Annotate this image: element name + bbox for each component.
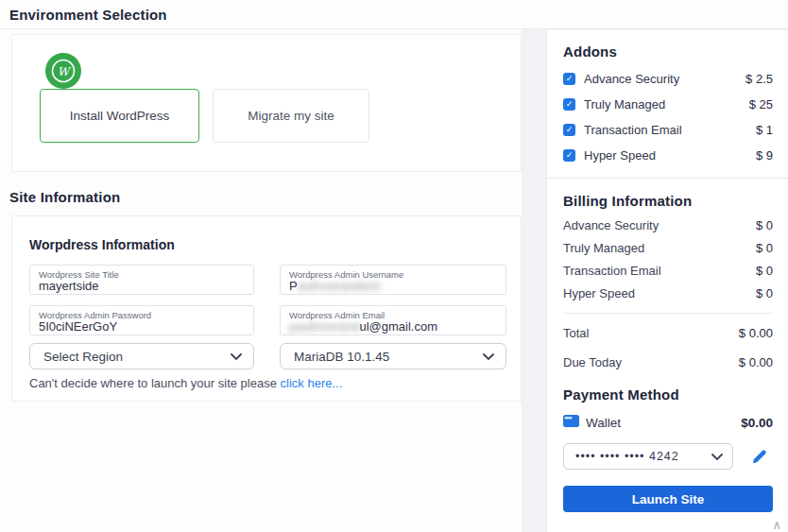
billing-price: $ 0 bbox=[756, 218, 773, 232]
site-title-field[interactable]: Wordpress Site Title mayertside bbox=[29, 265, 254, 295]
page-title: Environment Selection bbox=[9, 7, 167, 23]
addon-price: $ 1 bbox=[756, 123, 773, 137]
due-today-row: Due Today $ 0.00 bbox=[563, 355, 773, 369]
admin-username-field[interactable]: Wordpress Admin Username Paulinverandomi bbox=[280, 265, 506, 295]
site-information-heading: Site Information bbox=[9, 189, 120, 205]
check-icon: ✓ bbox=[566, 126, 574, 134]
region-helper-text: Can't decide where to launch your site p… bbox=[29, 376, 342, 390]
admin-password-value: 5I0ciNEerGoY bbox=[39, 320, 245, 334]
migrate-site-label: Migrate my site bbox=[248, 109, 334, 123]
total-value: $ 0.00 bbox=[739, 326, 773, 340]
totals-divider bbox=[563, 313, 773, 314]
database-select[interactable]: MariaDB 10.1.45 bbox=[280, 343, 506, 369]
order-sidebar: Addons ✓ Advance Security $ 2.5 ✓ Truly … bbox=[546, 29, 788, 532]
wallet-label: Wallet bbox=[586, 416, 621, 430]
check-icon: ✓ bbox=[566, 151, 574, 160]
addon-label: Hyper Speed bbox=[584, 148, 656, 163]
addon-checkbox[interactable]: ✓ bbox=[563, 73, 575, 85]
billing-row: Transaction Email $ 0 bbox=[563, 264, 773, 277]
database-select-value: MariaDB 10.1.45 bbox=[294, 350, 483, 364]
wordpress-fields: Wordpress Site Title mayertside Wordpres… bbox=[29, 265, 506, 335]
admin-email-field[interactable]: Wordpress Admin Email paulinverandul@gma… bbox=[280, 305, 506, 335]
launch-site-button[interactable]: Launch Site bbox=[563, 486, 773, 512]
billing-heading: Billing Information bbox=[563, 193, 773, 209]
check-icon: ✓ bbox=[566, 100, 574, 109]
admin-email-value: paulinverandul@gmail.com bbox=[289, 320, 497, 334]
region-select[interactable]: Select Region bbox=[29, 343, 254, 369]
billing-label: Transaction Email bbox=[563, 264, 661, 278]
addon-checkbox[interactable]: ✓ bbox=[563, 124, 575, 136]
chevron-down-icon bbox=[483, 350, 494, 364]
section-divider bbox=[547, 178, 788, 179]
redacted-text: paulinverand bbox=[289, 319, 359, 334]
billing-row: Hyper Speed $ 0 bbox=[563, 286, 773, 300]
billing-row: Advance Security $ 0 bbox=[563, 218, 773, 232]
region-select-value: Select Region bbox=[43, 350, 231, 364]
card-select[interactable]: •••• •••• •••• 4242 bbox=[563, 443, 733, 470]
redacted-text: aulinverandomi bbox=[298, 279, 381, 293]
click-here-link[interactable]: click here... bbox=[281, 376, 343, 390]
due-today-value: $ 0.00 bbox=[739, 355, 773, 369]
wallet-icon bbox=[563, 414, 579, 431]
check-icon: ✓ bbox=[566, 75, 574, 83]
scroll-top-caret[interactable]: ∧ bbox=[772, 518, 781, 532]
admin-username-value: Paulinverandomi bbox=[289, 280, 497, 293]
addon-checkbox[interactable]: ✓ bbox=[563, 98, 575, 111]
chevron-down-icon bbox=[231, 350, 242, 364]
addon-row-transaction-email: ✓ Transaction Email $ 1 bbox=[563, 123, 773, 136]
billing-price: $ 0 bbox=[756, 264, 773, 278]
migrate-site-card[interactable]: Migrate my site bbox=[213, 89, 369, 143]
page-header: Environment Selection bbox=[0, 0, 788, 29]
select-row: Select Region MariaDB 10.1.45 bbox=[29, 343, 506, 369]
addon-label: Truly Managed bbox=[584, 97, 665, 112]
page: Environment Selection W Install WordPres… bbox=[0, 0, 788, 532]
wallet-row: Wallet $0.00 bbox=[563, 415, 773, 430]
card-row: •••• •••• •••• 4242 bbox=[563, 443, 773, 470]
environment-panel: W Install WordPress Migrate my site bbox=[11, 34, 522, 172]
pencil-icon[interactable] bbox=[751, 449, 767, 465]
install-wordpress-card[interactable]: Install WordPress bbox=[40, 89, 199, 143]
addon-price: $ 9 bbox=[756, 148, 773, 163]
admin-password-field[interactable]: Wordpress Admin Password 5I0ciNEerGoY bbox=[29, 305, 254, 335]
addons-heading: Addons bbox=[563, 43, 773, 60]
billing-price: $ 0 bbox=[756, 241, 773, 255]
billing-price: $ 0 bbox=[756, 286, 773, 300]
chevron-down-icon bbox=[711, 448, 723, 465]
payment-method-heading: Payment Method bbox=[563, 386, 773, 403]
card-number: •••• •••• •••• 4242 bbox=[575, 450, 711, 463]
addon-price: $ 25 bbox=[749, 97, 773, 112]
billing-label: Truly Managed bbox=[563, 241, 644, 255]
wordpress-icon: W bbox=[45, 53, 81, 89]
total-row: Total $ 0.00 bbox=[563, 326, 773, 340]
install-wordpress-label: Install WordPress bbox=[70, 109, 170, 123]
addon-price: $ 2.5 bbox=[745, 72, 773, 86]
site-title-value: mayertside bbox=[39, 280, 245, 293]
site-information-panel: Worpdress Information Wordpress Site Tit… bbox=[11, 215, 522, 402]
due-today-label: Due Today bbox=[563, 355, 622, 369]
addon-row-hyper-speed: ✓ Hyper Speed $ 9 bbox=[563, 148, 773, 162]
wallet-amount: $0.00 bbox=[741, 416, 773, 430]
total-label: Total bbox=[563, 326, 589, 340]
addon-row-advance-security: ✓ Advance Security $ 2.5 bbox=[563, 72, 773, 85]
addon-checkbox[interactable]: ✓ bbox=[563, 149, 575, 162]
wordpress-information-title: Worpdress Information bbox=[29, 237, 175, 252]
addon-row-truly-managed: ✓ Truly Managed $ 25 bbox=[563, 97, 773, 111]
billing-label: Hyper Speed bbox=[563, 286, 635, 300]
addon-label: Transaction Email bbox=[584, 123, 682, 137]
addon-label: Advance Security bbox=[584, 72, 679, 86]
billing-row: Truly Managed $ 0 bbox=[563, 241, 773, 254]
billing-label: Advance Security bbox=[563, 218, 659, 232]
